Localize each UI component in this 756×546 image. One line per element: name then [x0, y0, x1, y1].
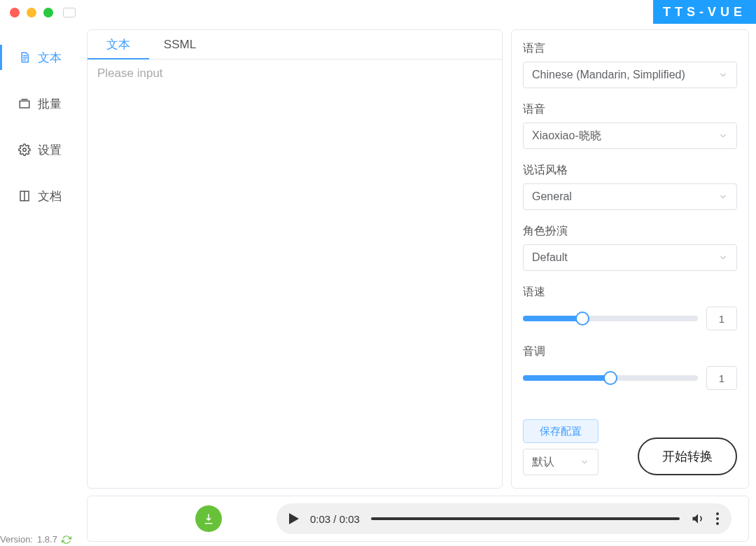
voice-select[interactable]: Xiaoxiao-晓晓	[523, 122, 737, 149]
preset-select[interactable]: 默认	[523, 449, 598, 475]
window-zoom[interactable]	[43, 8, 53, 18]
slider-thumb[interactable]	[603, 371, 617, 385]
slider-thumb[interactable]	[575, 312, 589, 326]
sidebar: 文本 批量 设置 文档 Version:1.8.7	[0, 29, 78, 546]
sidebar-item-text[interactable]: 文本	[0, 39, 78, 76]
app-brand: TTS-VUE	[653, 0, 756, 24]
window-close[interactable]	[10, 8, 20, 18]
speed-value[interactable]: 1	[706, 307, 737, 330]
speed-label: 语速	[523, 285, 737, 300]
sidebar-item-batch[interactable]: 批量	[0, 85, 78, 122]
chevron-down-icon	[718, 192, 728, 202]
voice-label: 语音	[523, 102, 737, 117]
role-select[interactable]: Default	[523, 244, 737, 271]
chevron-down-icon	[718, 131, 728, 141]
language-label: 语言	[523, 41, 737, 56]
batch-icon	[18, 97, 31, 110]
text-input[interactable]: Please input	[88, 59, 502, 488]
tab-text[interactable]: 文本	[88, 30, 149, 59]
sidebar-label: 设置	[38, 142, 62, 158]
volume-icon[interactable]	[691, 512, 705, 526]
gear-icon	[18, 144, 31, 156]
more-menu[interactable]	[716, 512, 719, 525]
book-icon	[18, 190, 31, 202]
sidebar-item-settings[interactable]: 设置	[0, 132, 78, 168]
language-select[interactable]: Chinese (Mandarin, Simplified)	[523, 62, 737, 88]
pitch-slider[interactable]	[523, 375, 698, 381]
version-label: Version:1.8.7	[0, 534, 71, 545]
download-button[interactable]	[195, 505, 222, 532]
style-label: 说话风格	[523, 163, 737, 178]
placeholder-text: Please input	[97, 66, 163, 80]
play-button[interactable]	[289, 513, 299, 524]
sidebar-label: 文档	[38, 188, 62, 204]
style-select[interactable]: General	[523, 183, 737, 210]
seek-bar[interactable]	[371, 517, 680, 520]
pitch-label: 音调	[523, 344, 737, 359]
convert-button[interactable]: 开始转换	[638, 438, 737, 475]
sidebar-label: 批量	[38, 96, 62, 112]
chevron-down-icon	[580, 457, 589, 467]
chevron-down-icon	[718, 253, 728, 262]
config-panel: 语言 Chinese (Mandarin, Simplified) 语音 Xia…	[511, 29, 749, 489]
speed-slider[interactable]	[523, 316, 698, 321]
svg-rect-0	[20, 101, 29, 108]
audio-player: 0:03 / 0:03	[276, 503, 732, 534]
save-config-button[interactable]: 保存配置	[523, 419, 598, 443]
editor-pane: 文本 SSML Please input	[87, 29, 503, 489]
document-icon	[18, 51, 31, 64]
window-icon	[63, 8, 76, 18]
chevron-down-icon	[718, 70, 728, 80]
sidebar-item-docs[interactable]: 文档	[0, 178, 78, 214]
timecode: 0:03 / 0:03	[310, 513, 360, 525]
role-label: 角色扮演	[523, 224, 737, 239]
refresh-icon[interactable]	[62, 535, 71, 545]
svg-point-1	[23, 148, 27, 152]
download-icon	[202, 512, 215, 525]
pitch-value[interactable]: 1	[706, 366, 737, 390]
tab-ssml[interactable]: SSML	[149, 30, 211, 59]
sidebar-label: 文本	[38, 50, 62, 66]
window-minimize[interactable]	[27, 8, 36, 18]
player-bar: 0:03 / 0:03	[87, 496, 749, 542]
